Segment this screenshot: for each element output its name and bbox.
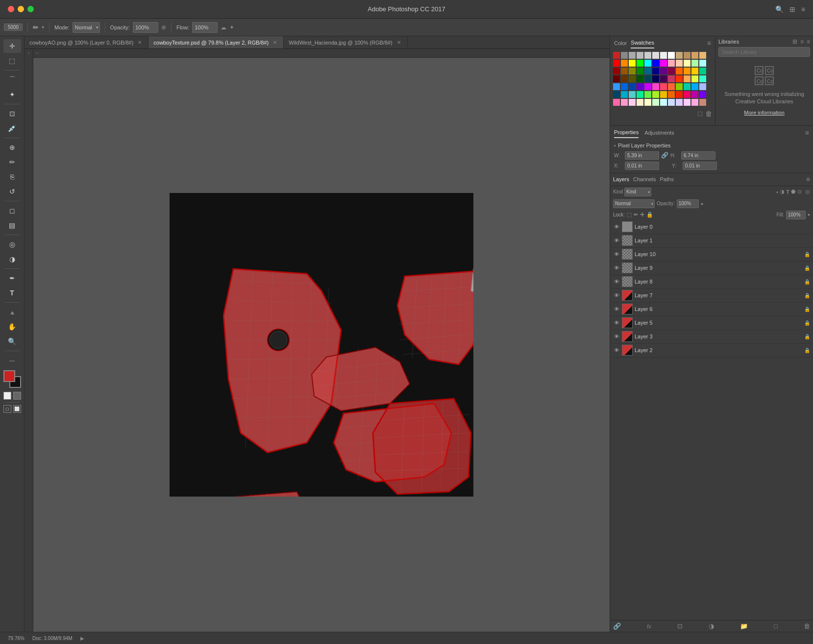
tab-properties[interactable]: Properties	[614, 127, 639, 138]
color-swatches[interactable]	[3, 370, 21, 388]
new-swatch-icon[interactable]: □	[698, 110, 702, 118]
swatch[interactable]	[684, 99, 690, 106]
full-screen-mode[interactable]: ⬜	[13, 405, 21, 413]
stamp-tool[interactable]: ⎘	[3, 170, 21, 184]
width-input[interactable]	[625, 151, 659, 160]
swatch[interactable]	[660, 60, 667, 67]
delete-layer-icon[interactable]: 🗑	[804, 622, 810, 630]
layer-10-visibility[interactable]: 👁	[613, 251, 620, 258]
swatch[interactable]	[684, 75, 690, 82]
layer-2-visibility[interactable]: 👁	[613, 347, 620, 354]
swatch[interactable]	[668, 60, 675, 67]
swatch[interactable]	[652, 91, 659, 98]
mode-select-wrapper[interactable]: Normal	[73, 22, 100, 33]
eyedropper-tool[interactable]: 💉	[3, 121, 21, 135]
new-layer-icon[interactable]: □	[774, 622, 778, 630]
path-tool[interactable]: ⟁	[3, 305, 21, 319]
swatch[interactable]	[684, 68, 690, 74]
swatch[interactable]	[676, 52, 683, 59]
swatch[interactable]	[676, 68, 683, 74]
lock-draw-icon[interactable]: ✏	[634, 212, 638, 218]
tab-layers[interactable]: Layers	[613, 174, 629, 184]
filter-shape-icon[interactable]: ⬟	[791, 189, 796, 195]
brush-options-icon[interactable]: ▾	[42, 24, 44, 30]
swatch[interactable]	[676, 99, 683, 106]
layer-item-2[interactable]: 👁 Layer 2 🔒	[610, 344, 813, 358]
filter-smart-icon[interactable]: ⊙	[797, 189, 802, 195]
tab-2[interactable]: WildWest_Hacienda.jpg @ 100% (RGB/8#) ✕	[284, 36, 408, 48]
blur-tool[interactable]: ◎	[3, 238, 21, 251]
swatch[interactable]	[691, 83, 698, 90]
opacity-input[interactable]	[133, 22, 158, 33]
swatch[interactable]	[637, 60, 643, 67]
swatch[interactable]	[621, 75, 628, 82]
swatch[interactable]	[660, 68, 667, 74]
swatch[interactable]	[629, 52, 636, 59]
layer-9-visibility[interactable]: 👁	[613, 264, 620, 271]
swatch[interactable]	[644, 68, 651, 74]
swatch[interactable]	[699, 91, 706, 98]
crop-tool[interactable]: ⊡	[3, 107, 21, 120]
flow-airbrush-icon[interactable]: ☁	[221, 24, 226, 31]
filter-pixel-icon[interactable]: ▪	[776, 189, 778, 195]
tab-1-close[interactable]: ✕	[271, 39, 278, 46]
layer-3-visibility[interactable]: 👁	[613, 333, 620, 340]
swatch[interactable]	[699, 52, 706, 59]
panels-icon[interactable]: ⊞	[789, 5, 795, 13]
swatch[interactable]	[644, 60, 651, 67]
filter-kind-select[interactable]: Kind	[624, 188, 651, 196]
swatch[interactable]	[699, 68, 706, 74]
swatch[interactable]	[652, 75, 659, 82]
swatch[interactable]	[676, 91, 683, 98]
tab-color[interactable]: Color	[614, 38, 627, 48]
layer-item-8[interactable]: 👁 Layer 8 🔒	[610, 275, 813, 289]
layers-panel-menu[interactable]: ≡	[806, 175, 810, 183]
move-tool[interactable]: ✛	[3, 39, 21, 53]
lasso-tool[interactable]: ⌒	[3, 73, 21, 87]
swatch[interactable]	[637, 91, 643, 98]
swatch[interactable]	[621, 68, 628, 74]
layer-item-6[interactable]: 👁 Layer 6 🔒	[610, 303, 813, 316]
swatch[interactable]	[652, 83, 659, 90]
swatch[interactable]	[629, 68, 636, 74]
foreground-color[interactable]	[3, 370, 15, 382]
swatch[interactable]	[684, 52, 690, 59]
swatch[interactable]	[691, 68, 698, 74]
close-button[interactable]	[8, 6, 14, 12]
pen-tool[interactable]: ✒	[3, 271, 21, 285]
swatch[interactable]	[699, 99, 706, 106]
swatch[interactable]	[613, 99, 620, 106]
swatch[interactable]	[637, 83, 643, 90]
layer-0-visibility[interactable]: 👁	[613, 223, 620, 230]
swatch[interactable]	[613, 52, 620, 59]
swatch[interactable]	[613, 83, 620, 90]
swatch[interactable]	[652, 52, 659, 59]
canvas-image[interactable]	[170, 193, 473, 497]
height-input[interactable]	[681, 151, 715, 160]
extra-tool[interactable]: ···	[3, 354, 21, 367]
swatch[interactable]	[652, 60, 659, 67]
swatch[interactable]	[684, 91, 690, 98]
tab-1[interactable]: cowboyTexture.psd @ 79.8% (Layer 2, RGB/…	[148, 36, 284, 48]
selection-tool[interactable]: ⬚	[3, 54, 21, 68]
swatch[interactable]	[637, 75, 643, 82]
swatch[interactable]	[637, 68, 643, 74]
tab-2-close[interactable]: ✕	[395, 39, 402, 46]
swatch[interactable]	[691, 75, 698, 82]
link-layers-icon[interactable]: 🔗	[613, 622, 621, 630]
swatch[interactable]	[629, 91, 636, 98]
tab-0-close[interactable]: ✕	[136, 39, 143, 46]
adjustment-icon[interactable]: ◑	[709, 622, 714, 630]
lock-move-icon[interactable]: ✛	[640, 212, 644, 218]
lock-all-icon[interactable]: 🔒	[646, 212, 653, 218]
fx-icon[interactable]: fx	[647, 623, 651, 629]
minimize-button[interactable]	[18, 6, 24, 12]
swatch[interactable]	[629, 99, 636, 106]
swatch[interactable]	[699, 83, 706, 90]
swatch[interactable]	[660, 91, 667, 98]
swatch[interactable]	[668, 68, 675, 74]
hand-tool[interactable]: ✋	[3, 320, 21, 334]
swatch[interactable]	[621, 99, 628, 106]
swatch[interactable]	[644, 52, 651, 59]
swatch[interactable]	[660, 52, 667, 59]
